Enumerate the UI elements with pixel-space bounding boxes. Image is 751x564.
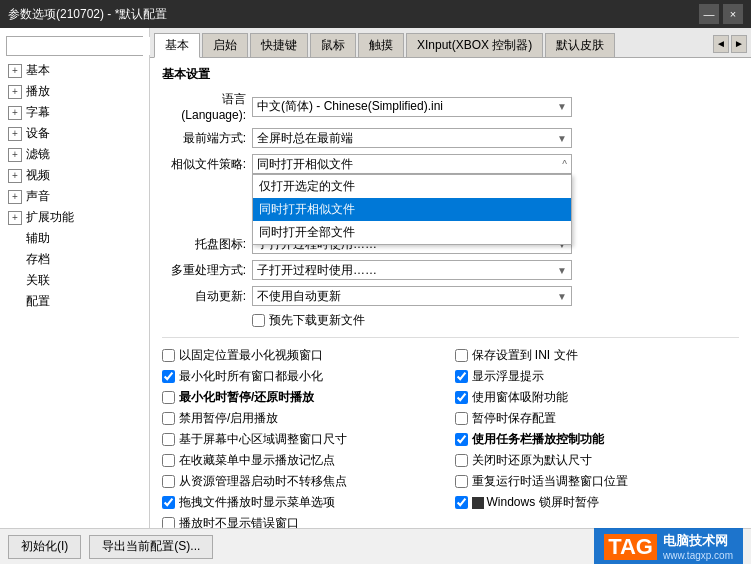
checkbox-min-pause[interactable]: [162, 391, 175, 404]
sidebar-label-extend: 扩展功能: [26, 209, 74, 226]
checkbox-label-min-all: 最小化时所有窗口都最小化: [179, 368, 323, 385]
checkbox-min-all[interactable]: [162, 370, 175, 383]
label-tray: 托盘图标:: [162, 236, 252, 253]
sidebar-label-device: 设备: [26, 125, 50, 142]
select-front[interactable]: 全屏时总在最前端 ▼: [252, 128, 572, 148]
checkbox-windows-lock[interactable]: [455, 496, 468, 509]
tab-4[interactable]: 触摸: [358, 33, 404, 57]
select-front-arrow: ▼: [557, 133, 567, 144]
tab-next-button[interactable]: ►: [731, 35, 747, 53]
checkbox-label-taskbar-control: 使用任务栏播放控制功能: [472, 431, 604, 448]
title-text: 参数选项(210702) - *默认配置: [8, 6, 167, 23]
select-language-value: 中文(简体) - Chinese(Simplified).ini: [257, 98, 443, 115]
minimize-button[interactable]: —: [699, 4, 719, 24]
dropdown-item-0[interactable]: 仅打开选定的文件: [253, 175, 571, 198]
checkbox-label-center-resize: 基于屏幕中心区域调整窗口尺寸: [179, 431, 347, 448]
sidebar-item-extend[interactable]: +扩展功能: [0, 207, 149, 228]
checkbox-label-no-focus: 从资源管理器启动时不转移焦点: [179, 473, 347, 490]
tab-nav: ◄ ►: [713, 32, 747, 57]
tab-3[interactable]: 鼠标: [310, 33, 356, 57]
sidebar-item-play[interactable]: +播放: [0, 81, 149, 102]
select-language[interactable]: 中文(简体) - Chinese(Simplified).ini ▼: [252, 97, 572, 117]
sidebar-item-device[interactable]: +设备: [0, 123, 149, 144]
sidebar-item-video[interactable]: +视频: [0, 165, 149, 186]
close-button[interactable]: ×: [723, 4, 743, 24]
tree-icon-filter: +: [8, 148, 22, 162]
label-multi: 多重处理方式:: [162, 262, 252, 279]
watermark: TAG 电脑技术网 www.tagxp.com: [594, 528, 743, 564]
checkbox-label-show-history: 在收藏菜单中显示播放记忆点: [179, 452, 335, 469]
tree-icon-extend: +: [8, 211, 22, 225]
select-multi-arrow: ▼: [557, 265, 567, 276]
checkbox-window-absorb[interactable]: [455, 391, 468, 404]
tab-1[interactable]: 启始: [202, 33, 248, 57]
checkbox-save-ini[interactable]: [455, 349, 468, 362]
pre-download-row: 预先下载更新文件: [252, 312, 739, 329]
sidebar-label-basic: 基本: [26, 62, 50, 79]
checkbox-row-drag-menu: 拖拽文件播放时显示菜单选项: [162, 493, 447, 512]
label-autoupdate: 自动更新:: [162, 288, 252, 305]
control-similar: 同时打开相似文件 ^ 仅打开选定的文件 同时打开相似文件 同时打开全部文件: [252, 154, 739, 174]
checkbox-label-windows-lock: Windows 锁屏时暂停: [472, 494, 599, 511]
tab-2[interactable]: 快捷键: [250, 33, 308, 57]
sidebar-item-relate[interactable]: 关联: [0, 270, 149, 291]
tabs-bar: 基本启始快捷键鼠标触摸XInput(XBOX 控制器)默认皮肤 ◄ ►: [150, 28, 751, 58]
select-autoupdate-arrow: ▼: [557, 291, 567, 302]
dropdown-similar: 仅打开选定的文件 同时打开相似文件 同时打开全部文件: [252, 174, 572, 245]
sidebar-item-archive[interactable]: 存档: [0, 249, 149, 270]
checkbox-section: 以固定位置最小化视频窗口保存设置到 INI 文件最小化时所有窗口都最小化显示浮显…: [162, 337, 739, 528]
checkbox-float-tip[interactable]: [455, 370, 468, 383]
export-button[interactable]: 导出当前配置(S)...: [89, 535, 213, 559]
sidebar-item-filter[interactable]: +滤镜: [0, 144, 149, 165]
pre-download-checkbox[interactable]: [252, 314, 265, 327]
checkbox-resize-pos[interactable]: [455, 475, 468, 488]
checkbox-no-focus[interactable]: [162, 475, 175, 488]
tab-5[interactable]: XInput(XBOX 控制器): [406, 33, 543, 57]
checkbox-no-error[interactable]: [162, 517, 175, 528]
checkbox-center-resize[interactable]: [162, 433, 175, 446]
select-similar[interactable]: 同时打开相似文件 ^: [252, 154, 572, 174]
checkbox-row-default-size: 关闭时还原为默认尺寸: [455, 451, 740, 470]
watermark-info: 电脑技术网 www.tagxp.com: [663, 532, 733, 561]
sidebar-label-play: 播放: [26, 83, 50, 100]
sidebar-item-subtitle[interactable]: +字幕: [0, 102, 149, 123]
form-row-multi: 多重处理方式: 子打开过程时使用…… ▼: [162, 260, 739, 280]
checkbox-disable-pause[interactable]: [162, 412, 175, 425]
select-multi[interactable]: 子打开过程时使用…… ▼: [252, 260, 572, 280]
checkbox-label-no-error: 播放时不显示错误窗口: [179, 515, 299, 528]
checkbox-fix-pos[interactable]: [162, 349, 175, 362]
checkbox-row-disable-pause: 禁用暂停/启用播放: [162, 409, 447, 428]
search-box: 🔍: [6, 36, 143, 56]
checkbox-label-disable-pause: 禁用暂停/启用播放: [179, 410, 278, 427]
tab-6[interactable]: 默认皮肤: [545, 33, 615, 57]
sidebar: 🔍 +基本+播放+字幕+设备+滤镜+视频+声音+扩展功能辅助存档关联配置: [0, 28, 150, 528]
sidebar-label-archive: 存档: [26, 251, 50, 268]
sidebar-item-basic[interactable]: +基本: [0, 60, 149, 81]
title-bar: 参数选项(210702) - *默认配置 — ×: [0, 0, 751, 28]
checkbox-save-config[interactable]: [455, 412, 468, 425]
select-autoupdate[interactable]: 不使用自动更新 ▼: [252, 286, 572, 306]
dropdown-item-1[interactable]: 同时打开相似文件: [253, 198, 571, 221]
dropdown-item-2[interactable]: 同时打开全部文件: [253, 221, 571, 244]
checkbox-row-window-absorb: 使用窗体吸附功能: [455, 388, 740, 407]
right-panel: 基本启始快捷键鼠标触摸XInput(XBOX 控制器)默认皮肤 ◄ ► 基本设置…: [150, 28, 751, 528]
sidebar-item-audio[interactable]: +声音: [0, 186, 149, 207]
tab-0[interactable]: 基本: [154, 33, 200, 58]
select-autoupdate-value: 不使用自动更新: [257, 288, 341, 305]
tab-prev-button[interactable]: ◄: [713, 35, 729, 53]
init-button[interactable]: 初始化(I): [8, 535, 81, 559]
search-input[interactable]: [7, 37, 165, 55]
tree-icon-play: +: [8, 85, 22, 99]
checkbox-show-history[interactable]: [162, 454, 175, 467]
sidebar-item-help[interactable]: 辅助: [0, 228, 149, 249]
checkbox-drag-menu[interactable]: [162, 496, 175, 509]
sidebar-item-config[interactable]: 配置: [0, 291, 149, 312]
checkbox-row-center-resize: 基于屏幕中心区域调整窗口尺寸: [162, 430, 447, 449]
checkbox-default-size[interactable]: [455, 454, 468, 467]
select-front-value: 全屏时总在最前端: [257, 130, 353, 147]
checkbox-row-float-tip: 显示浮显提示: [455, 367, 740, 386]
checkbox-taskbar-control[interactable]: [455, 433, 468, 446]
sidebar-label-subtitle: 字幕: [26, 104, 50, 121]
label-language: 语言(Language):: [162, 91, 252, 122]
checkbox-row-save-ini: 保存设置到 INI 文件: [455, 346, 740, 365]
